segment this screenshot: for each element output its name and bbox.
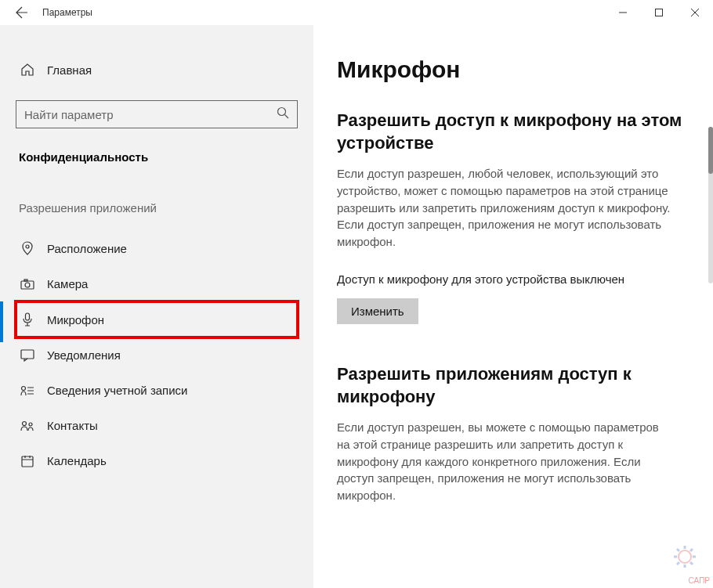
arrow-left-icon bbox=[16, 6, 28, 19]
svg-rect-6 bbox=[26, 313, 30, 320]
scrollbar-thumb[interactable] bbox=[708, 127, 713, 174]
microphone-icon bbox=[20, 312, 34, 326]
home-nav[interactable]: Главная bbox=[16, 53, 298, 86]
sidebar-item-location[interactable]: Расположение bbox=[16, 230, 298, 266]
notifications-icon bbox=[20, 349, 34, 362]
section-header: Разрешения приложений bbox=[16, 201, 298, 215]
sidebar-item-label: Контакты bbox=[47, 419, 98, 432]
sidebar-item-contacts[interactable]: Контакты bbox=[16, 408, 298, 443]
svg-rect-5 bbox=[24, 280, 27, 281]
svg-point-8 bbox=[22, 386, 26, 390]
location-icon bbox=[20, 241, 34, 255]
category-label: Конфиденциальность bbox=[16, 150, 298, 164]
svg-point-1 bbox=[278, 108, 286, 116]
back-button[interactable] bbox=[6, 0, 38, 25]
section2-text: Если доступ разрешен, вы можете с помощь… bbox=[337, 419, 674, 504]
search-icon bbox=[277, 106, 289, 122]
calendar-icon bbox=[20, 455, 34, 467]
window-title: Параметры bbox=[42, 7, 92, 18]
sidebar-item-label: Камера bbox=[47, 277, 88, 290]
sidebar-item-account-info[interactable]: Сведения учетной записи bbox=[16, 373, 298, 408]
camera-icon bbox=[20, 279, 34, 290]
minimize-button[interactable] bbox=[605, 0, 641, 25]
sidebar-item-microphone[interactable]: Микрофон bbox=[16, 301, 298, 337]
sidebar-item-label: Уведомления bbox=[47, 348, 121, 362]
section2-heading: Разрешить приложениям доступ к микрофону bbox=[337, 363, 689, 408]
section1-text: Если доступ разрешен, любой человек, исп… bbox=[337, 165, 674, 251]
contacts-icon bbox=[20, 420, 34, 431]
sidebar-item-camera[interactable]: Камера bbox=[16, 266, 298, 301]
home-icon bbox=[20, 63, 34, 77]
section1-heading: Разрешить доступ к микрофону на этом уст… bbox=[337, 110, 689, 154]
mic-access-status: Доступ к микрофону для этого устройства … bbox=[337, 271, 689, 287]
svg-point-9 bbox=[23, 421, 27, 425]
svg-rect-7 bbox=[21, 350, 34, 359]
search-input[interactable] bbox=[24, 108, 277, 121]
search-box[interactable] bbox=[16, 100, 298, 128]
svg-point-4 bbox=[25, 283, 30, 287]
svg-rect-11 bbox=[22, 456, 33, 467]
home-label: Главная bbox=[47, 63, 92, 77]
svg-point-10 bbox=[29, 423, 32, 426]
svg-point-2 bbox=[26, 245, 29, 248]
account-icon bbox=[20, 385, 34, 396]
watermark-gear-icon bbox=[669, 541, 700, 572]
selection-indicator bbox=[0, 301, 3, 342]
sidebar-item-notifications[interactable]: Уведомления bbox=[16, 337, 298, 373]
sidebar-item-label: Сведения учетной записи bbox=[47, 384, 188, 397]
change-button[interactable]: Изменить bbox=[337, 298, 418, 324]
page-title: Микрофон bbox=[337, 56, 689, 83]
svg-rect-0 bbox=[656, 9, 663, 16]
watermark-text: САПР bbox=[689, 576, 710, 585]
close-button[interactable] bbox=[677, 0, 713, 25]
titlebar: Параметры bbox=[0, 0, 713, 25]
sidebar-item-calendar[interactable]: Календарь bbox=[16, 443, 298, 478]
sidebar: Главная Конфиденциальность Разрешения пр… bbox=[0, 25, 313, 588]
sidebar-item-label: Календарь bbox=[47, 454, 107, 467]
scrollbar[interactable] bbox=[708, 127, 713, 283]
window-controls bbox=[605, 0, 713, 25]
content-pane: Микрофон Разрешить доступ к микрофону на… bbox=[313, 25, 713, 588]
svg-point-12 bbox=[679, 550, 691, 563]
maximize-button[interactable] bbox=[641, 0, 677, 25]
sidebar-item-label: Расположение bbox=[47, 242, 127, 255]
sidebar-item-label: Микрофон bbox=[47, 313, 104, 326]
